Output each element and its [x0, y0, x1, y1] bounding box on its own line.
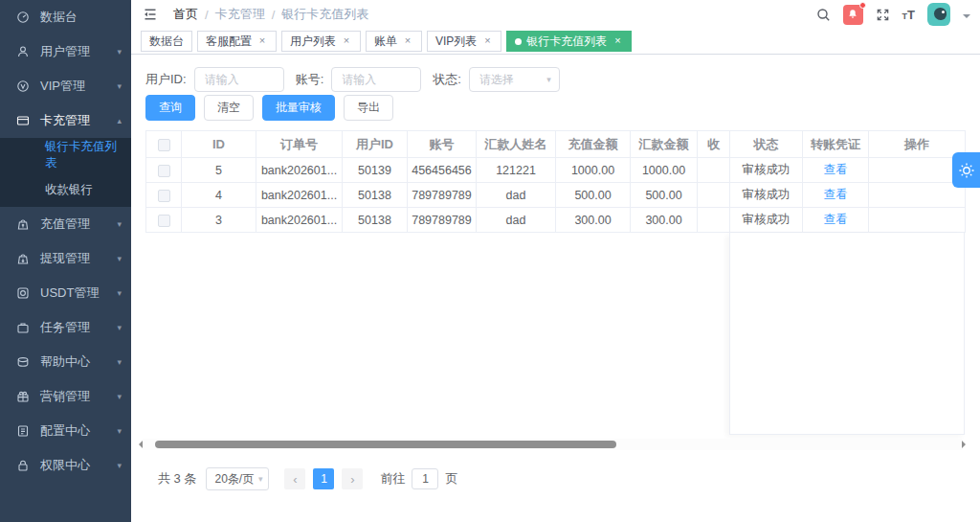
breadcrumb-separator: /	[272, 8, 276, 22]
sidebar-subitem-receiving-bank[interactable]: 收款银行	[0, 172, 131, 207]
goto-page-input[interactable]	[412, 468, 438, 489]
total-count: 共 3 条	[158, 470, 196, 488]
tab-customer-service[interactable]: 客服配置 ×	[197, 31, 277, 52]
export-button[interactable]: 导出	[344, 95, 393, 121]
search-icon[interactable]	[816, 8, 831, 22]
page-size-select[interactable]: 20条/页 ▾	[206, 467, 269, 490]
chevron-up-icon: ▴	[117, 116, 122, 125]
font-size-icon[interactable]: TT	[902, 9, 915, 21]
sidebar-item-card-recharge[interactable]: 卡充管理 ▴	[0, 103, 131, 138]
help-icon	[16, 355, 30, 369]
search-button[interactable]: 查询	[145, 95, 195, 121]
notification-bell-button[interactable]	[843, 5, 863, 25]
scrollbar-thumb[interactable]	[155, 441, 616, 448]
sidebar-item-permissions[interactable]: 权限中心 ▾	[0, 448, 131, 483]
chevron-down-icon: ▾	[117, 81, 122, 91]
user-menu-caret-icon[interactable]	[963, 14, 970, 22]
breadcrumb-page: 银行卡充值列表	[281, 6, 368, 23]
col-status: 状态	[730, 131, 803, 158]
tab-vip-list[interactable]: VIP列表 ×	[427, 31, 501, 52]
sidebar-subitem-bank-card-list[interactable]: 银行卡充值列表	[0, 138, 131, 172]
status-label: 状态:	[433, 71, 461, 88]
col-id: ID	[182, 131, 256, 158]
account-input[interactable]	[331, 67, 421, 92]
withdraw-icon	[16, 252, 30, 265]
scroll-right-arrow-icon[interactable]	[962, 441, 969, 448]
sidebar-subitem-label: 银行卡充值列表	[45, 139, 122, 171]
sidebar-item-users[interactable]: 用户管理 ▾	[0, 34, 131, 69]
prev-page-button[interactable]: ‹	[284, 468, 305, 489]
chevron-down-icon: ▾	[117, 426, 122, 436]
view-voucher-link[interactable]: 查看	[824, 213, 848, 226]
sidebar-item-recharge[interactable]: 充值管理 ▾	[0, 207, 131, 241]
sidebar-item-marketing[interactable]: 营销管理 ▾	[0, 379, 131, 414]
user-icon	[16, 45, 30, 58]
sidebar-item-tasks[interactable]: 任务管理 ▾	[0, 310, 131, 345]
settings-drawer-button[interactable]	[952, 152, 980, 188]
view-voucher-link[interactable]: 查看	[824, 188, 848, 201]
col-account: 账号	[408, 131, 477, 158]
batch-audit-button[interactable]: 批量审核	[262, 95, 335, 121]
page-1-button[interactable]: 1	[313, 468, 334, 489]
goto-label: 前往	[380, 470, 405, 488]
avatar[interactable]	[927, 3, 950, 26]
pagination: 共 3 条 20条/页 ▾ ‹ 1 › 前往 页	[158, 466, 457, 491]
view-voucher-link[interactable]: 查看	[824, 163, 848, 176]
lock-icon	[16, 459, 30, 472]
close-icon[interactable]: ×	[402, 35, 413, 47]
row-checkbox[interactable]	[158, 165, 170, 177]
col-remit-amount: 汇款金额	[631, 131, 698, 158]
action-buttons: 查询 清空 批量审核 导出	[145, 95, 393, 121]
table-empty-area	[145, 233, 965, 435]
tab-dashboard[interactable]: 数据台	[141, 31, 192, 52]
sidebar-item-help[interactable]: 帮助中心 ▾	[0, 345, 131, 379]
clear-button[interactable]: 清空	[204, 95, 254, 121]
sidebar-item-label: USDT管理	[40, 284, 99, 302]
card-recharge-submenu: 银行卡充值列表 收款银行	[0, 138, 131, 207]
sidebar-item-withdraw[interactable]: 提现管理 ▾	[0, 241, 131, 276]
close-icon[interactable]: ×	[612, 35, 623, 47]
sidebar-item-label: 帮助中心	[40, 353, 90, 371]
tab-user-list[interactable]: 用户列表 ×	[281, 31, 361, 52]
row-checkbox[interactable]	[158, 190, 170, 202]
topbar-actions: TT	[816, 3, 970, 26]
close-icon[interactable]: ×	[256, 35, 268, 47]
sidebar-item-config[interactable]: 配置中心 ▾	[0, 414, 131, 448]
sidebar-item-label: 任务管理	[40, 319, 90, 336]
select-all-checkbox[interactable]	[158, 139, 170, 151]
main-area: 首页 / 卡充管理 / 银行卡充值列表 TT	[131, 0, 980, 522]
task-icon	[16, 321, 30, 334]
sidebar-item-usdt[interactable]: USDT管理 ▾	[0, 276, 131, 310]
select-all-cell	[146, 131, 182, 158]
breadcrumb-separator: /	[205, 8, 209, 22]
vip-icon	[16, 79, 30, 93]
topbar: 首页 / 卡充管理 / 银行卡充值列表 TT	[131, 0, 980, 29]
horizontal-scrollbar	[135, 439, 969, 450]
col-transfer-voucher: 转账凭证	[803, 131, 869, 158]
col-user-id: 用户ID	[343, 131, 408, 158]
tab-bank-card-recharge-list[interactable]: 银行卡充值列表 ×	[506, 31, 632, 52]
tab-bills[interactable]: 账单 ×	[366, 31, 422, 52]
status-select-placeholder: 请选择	[479, 72, 514, 88]
row-checkbox[interactable]	[158, 215, 170, 227]
sidebar-item-vip[interactable]: VIP管理 ▾	[0, 69, 131, 103]
status-select[interactable]: 请选择 ▾	[469, 67, 560, 92]
col-receiving-truncated: 收	[698, 131, 730, 158]
close-icon[interactable]: ×	[481, 35, 493, 47]
next-page-button[interactable]: ›	[342, 468, 363, 489]
close-icon[interactable]: ×	[341, 35, 352, 47]
sidebar-fold-icon[interactable]	[143, 7, 158, 22]
notification-dot	[859, 2, 866, 9]
scroll-left-arrow-icon[interactable]	[135, 441, 143, 448]
config-icon	[16, 424, 30, 438]
sidebar-item-dashboard[interactable]: 数据台	[0, 0, 131, 34]
fullscreen-icon[interactable]	[876, 8, 890, 22]
breadcrumb-home[interactable]: 首页	[173, 6, 198, 23]
user-id-input[interactable]	[194, 67, 284, 92]
col-order-no: 订单号	[256, 131, 343, 158]
chevron-down-icon: ▾	[117, 323, 122, 332]
chevron-down-icon: ▾	[117, 392, 122, 401]
scrollbar-track[interactable]	[143, 439, 962, 450]
bell-icon	[847, 9, 858, 20]
usdt-icon	[16, 286, 30, 300]
